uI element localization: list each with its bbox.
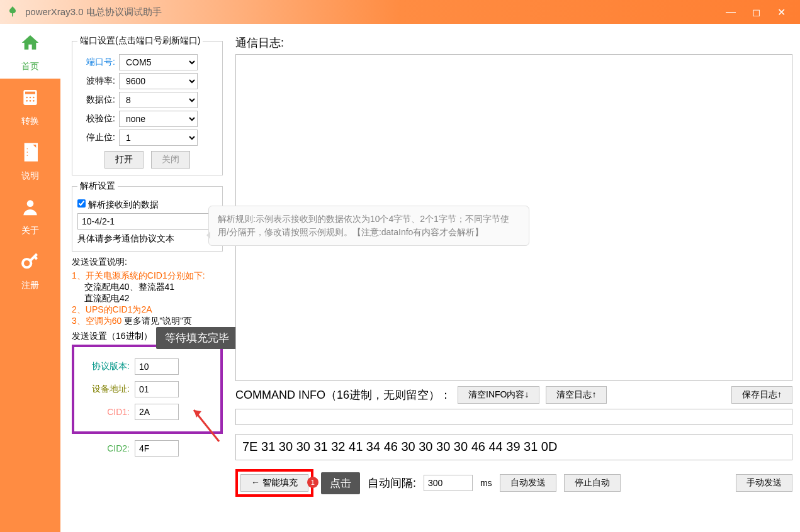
sidebar-label: 转换 (21, 116, 39, 127)
sidebar-label: 首页 (21, 61, 39, 72)
svg-point-2 (26, 97, 28, 99)
sidebar-item-home[interactable]: 首页 (0, 24, 60, 79)
svg-point-3 (30, 97, 31, 99)
sidebar-item-docs[interactable]: 说明 (0, 133, 60, 188)
calculator-icon (20, 87, 40, 112)
sidebar-item-about[interactable]: 关于 (0, 188, 60, 243)
manual-send-button[interactable]: 手动发送 (736, 474, 792, 492)
click-tag: 点击 (321, 472, 360, 494)
home-icon (20, 33, 40, 57)
svg-point-12 (27, 200, 34, 207)
command-hex-display[interactable]: 7E 31 30 30 31 32 41 34 46 30 30 30 30 4… (235, 434, 792, 460)
addr-input[interactable] (135, 381, 179, 397)
parity-label: 校验位: (77, 113, 115, 125)
cid1-input[interactable] (135, 404, 179, 420)
send-help-line3: 直流配电42 (72, 293, 223, 304)
protocol-input[interactable] (135, 358, 179, 375)
sidebar-label: 注册 (21, 280, 39, 291)
sidebar: 首页 转换 说明 关于 注册 (0, 24, 60, 532)
parse-settings-group: 解析设置 解析接收到的数据 具体请参考通信协议文本 (72, 180, 223, 252)
parse-rule-tooltip: 解析规则:示例表示接收到的数据依次为10个4字节、2个1字节；不同字节使用/分隔… (208, 206, 529, 246)
cid2-input[interactable] (135, 440, 179, 457)
parse-checkbox[interactable] (77, 199, 86, 208)
auto-send-button[interactable]: 自动发送 (500, 474, 556, 492)
cid1-label: CID1: (81, 407, 130, 417)
interval-input[interactable] (424, 475, 473, 491)
send-settings-box: 等待填充完毕 协议版本: 设备地址: CID1: (72, 345, 223, 434)
baud-select[interactable]: 9600 (119, 73, 198, 89)
send-help-line5a: 3、空调为60 (72, 316, 121, 326)
sidebar-item-register[interactable]: 注册 (0, 243, 60, 297)
app-logo-icon (6, 5, 19, 19)
parse-checkbox-label: 解析接收到的数据 (88, 199, 159, 209)
app-title: powerXray3.0 电总协议调试助手 (25, 6, 718, 18)
stopbits-select[interactable]: 1 (119, 130, 198, 146)
baud-label: 波特率: (77, 75, 115, 87)
sidebar-label: 说明 (21, 170, 39, 182)
svg-point-5 (26, 100, 28, 102)
open-port-button[interactable]: 打开 (104, 151, 144, 169)
close-button[interactable]: ✕ (769, 6, 794, 18)
sidebar-item-convert[interactable]: 转换 (0, 79, 60, 133)
clear-info-button[interactable]: 清空INFO内容↓ (458, 386, 539, 404)
close-port-button[interactable]: 关闭 (151, 151, 190, 169)
parse-settings-legend: 解析设置 (77, 180, 118, 192)
command-info-input[interactable] (235, 409, 792, 425)
parity-select[interactable]: none (119, 111, 198, 127)
port-label: 端口号: (77, 57, 115, 68)
send-help-title: 发送设置说明: (72, 257, 223, 268)
protocol-label: 协议版本: (81, 361, 130, 372)
send-help-line2: 交流配电40、整流器41 (72, 282, 223, 293)
svg-point-6 (30, 100, 31, 102)
clear-log-button[interactable]: 清空日志↑ (546, 386, 607, 404)
minimize-button[interactable]: — (718, 6, 743, 18)
smart-fill-button[interactable]: ← 智能填充 (240, 474, 308, 492)
key-icon (20, 252, 40, 276)
parse-hint: 具体请参考通信协议文本 (77, 233, 217, 245)
annotation-badge-1: 1 (307, 477, 318, 488)
send-help-line4: 2、UPS的CID1为2A (72, 304, 223, 316)
stopbits-label: 停止位: (77, 132, 115, 143)
send-settings-title: 发送设置（16进制） (72, 331, 152, 341)
port-settings-legend: 端口设置(点击端口号刷新端口) (77, 35, 203, 47)
interval-label: 自动间隔: (368, 475, 416, 490)
log-textarea[interactable]: 解析规则:示例表示接收到的数据依次为10个4字节、2个1字节；不同字节使用/分隔… (235, 54, 792, 381)
svg-point-4 (33, 97, 35, 99)
log-title: 通信日志: (235, 35, 792, 50)
send-help-line5b: 更多请见"说明"页 (124, 316, 192, 326)
titlebar: powerXray3.0 电总协议调试助手 — ◻ ✕ (0, 0, 800, 24)
port-settings-group: 端口设置(点击端口号刷新端口) 端口号: COM5 波特率: 9600 数据位:… (72, 35, 223, 175)
parse-rule-input[interactable] (77, 213, 215, 230)
svg-rect-1 (25, 92, 35, 94)
document-icon (20, 142, 40, 167)
addr-label: 设备地址: (81, 384, 130, 395)
databits-select[interactable]: 8 (119, 92, 198, 108)
fill-hint-popup: 等待填充完毕 (156, 327, 238, 349)
command-info-label: COMMAND INFO（16进制，无则留空）： (235, 387, 451, 402)
cid2-label: CID2: (81, 443, 130, 453)
send-help-line1: 1、开关电源系统的CID1分别如下: (72, 270, 223, 282)
svg-point-7 (33, 100, 35, 102)
user-icon (20, 197, 40, 221)
port-select[interactable]: COM5 (119, 54, 198, 70)
databits-label: 数据位: (77, 94, 115, 106)
stop-auto-button[interactable]: 停止自动 (564, 474, 621, 492)
save-log-button[interactable]: 保存日志↑ (731, 386, 792, 404)
smart-fill-highlight: ← 智能填充 1 (235, 469, 313, 497)
sidebar-label: 关于 (21, 225, 39, 236)
interval-unit: ms (480, 478, 492, 488)
maximize-button[interactable]: ◻ (743, 6, 769, 18)
